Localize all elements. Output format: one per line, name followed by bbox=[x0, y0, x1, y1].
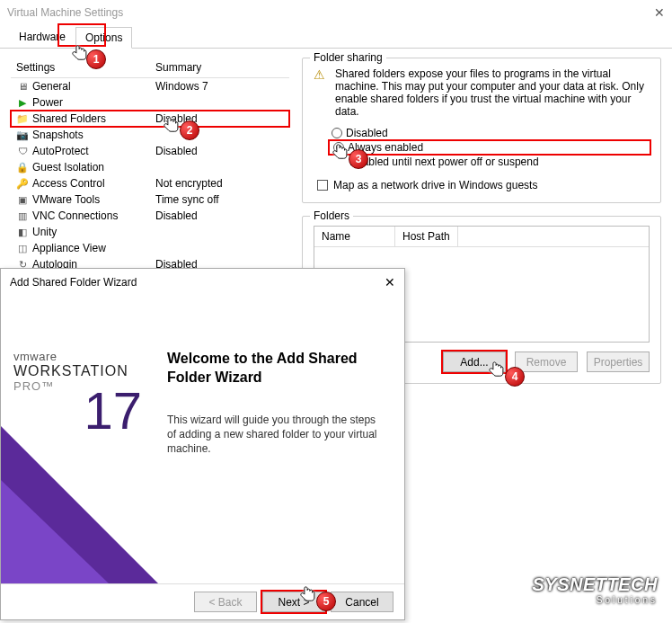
unity-icon: ◧ bbox=[16, 227, 29, 238]
decorative-triangle bbox=[1, 480, 109, 583]
back-button: < Back bbox=[194, 592, 257, 612]
settings-row[interactable]: ◫Appliance View bbox=[11, 240, 289, 256]
key-icon: 🔑 bbox=[16, 178, 29, 190]
settings-col-summary: Summary bbox=[150, 58, 289, 78]
map-drive-row[interactable]: Map as a network drive in Windows guests bbox=[317, 179, 650, 191]
watermark-brand: SYSNETTECH bbox=[533, 574, 658, 594]
settings-row[interactable]: ▶Power bbox=[11, 94, 289, 111]
folder-sharing-legend: Folder sharing bbox=[310, 51, 386, 64]
vmware-logo-text: vmware bbox=[13, 350, 149, 363]
step-badge-4: 4 bbox=[505, 367, 525, 387]
settings-table: Settings Summary 🖥GeneralWindows 7▶Power… bbox=[11, 58, 289, 272]
close-icon[interactable]: ✕ bbox=[654, 5, 665, 20]
settings-row[interactable]: 📁Shared FoldersDisabled bbox=[11, 111, 289, 127]
cancel-button[interactable]: Cancel bbox=[331, 592, 393, 612]
app-icon: ◫ bbox=[16, 243, 29, 254]
cursor-icon bbox=[487, 360, 507, 386]
cursor-icon bbox=[298, 584, 318, 610]
step-badge-2: 2 bbox=[180, 120, 199, 140]
settings-row-summary bbox=[150, 159, 289, 175]
settings-row-summary bbox=[150, 94, 289, 111]
settings-row-summary: Time sync off bbox=[150, 191, 289, 208]
window-title: Virtual Machine Settings bbox=[7, 6, 123, 19]
step-badge-5: 5 bbox=[316, 592, 336, 611]
radio-disabled-row[interactable]: Disabled bbox=[332, 127, 650, 139]
radio-icon bbox=[332, 128, 342, 138]
window-titlebar: Virtual Machine Settings ✕ bbox=[0, 0, 672, 25]
workstation-text: WORKSTATION bbox=[13, 363, 149, 379]
wizard-sidebar: vmware WORKSTATION PRO™ 17 bbox=[1, 296, 158, 583]
folder-sharing-warning: Shared folders expose your files to prog… bbox=[335, 67, 650, 118]
settings-row[interactable]: 🔑Access ControlNot encrypted bbox=[11, 175, 289, 191]
settings-row-name: AutoProtect bbox=[32, 145, 89, 157]
settings-row-summary bbox=[150, 224, 289, 240]
watermark: SYSNETTECH Solutions bbox=[533, 574, 658, 605]
settings-row[interactable]: ◧Unity bbox=[11, 224, 289, 240]
shield-icon: 🛡 bbox=[16, 146, 29, 156]
radio-until-label: Enabled until next power off or suspend bbox=[349, 156, 539, 168]
wizard-titlebar: Add Shared Folder Wizard ✕ bbox=[1, 269, 404, 296]
folder-icon: 📁 bbox=[16, 113, 29, 125]
settings-row[interactable]: ▥VNC ConnectionsDisabled bbox=[11, 208, 289, 224]
wizard-title-text: Add Shared Folder Wizard bbox=[10, 276, 137, 289]
settings-row-name: Snapshots bbox=[32, 129, 84, 141]
step-badge-1: 1 bbox=[86, 49, 106, 69]
lock-icon: 🔒 bbox=[16, 162, 29, 174]
settings-row-name: Shared Folders bbox=[32, 112, 106, 125]
settings-row-name: VMware Tools bbox=[32, 193, 100, 206]
watermark-sub: Solutions bbox=[533, 595, 658, 605]
checkbox-icon bbox=[317, 180, 328, 191]
settings-row-summary: Disabled bbox=[150, 143, 289, 159]
settings-row-name: Guest Isolation bbox=[32, 161, 104, 174]
settings-row-summary bbox=[150, 240, 289, 256]
cursor-icon bbox=[162, 115, 181, 141]
tab-strip: Hardware Options bbox=[0, 25, 672, 49]
settings-row[interactable]: 🛡AutoProtectDisabled bbox=[11, 143, 289, 159]
wizard-body-text: This wizard will guide you through the s… bbox=[167, 413, 385, 457]
settings-row-name: Unity bbox=[32, 226, 57, 238]
wizard-heading: Welcome to the Add Shared Folder Wizard bbox=[167, 350, 385, 387]
settings-row[interactable]: 🔒Guest Isolation bbox=[11, 159, 289, 175]
tab-hardware[interactable]: Hardware bbox=[9, 26, 75, 48]
folders-legend: Folders bbox=[310, 209, 353, 222]
radio-disabled-label: Disabled bbox=[346, 127, 388, 139]
settings-row[interactable]: 📷Snapshots bbox=[11, 127, 289, 143]
folder-sharing-group: Folder sharing ⚠ Shared folders expose y… bbox=[302, 58, 661, 203]
settings-row-name: Access Control bbox=[32, 177, 105, 190]
settings-row-summary: Windows 7 bbox=[150, 78, 289, 95]
cursor-icon bbox=[331, 142, 350, 168]
properties-button: Properties bbox=[587, 352, 650, 372]
settings-row-name: Appliance View bbox=[32, 242, 106, 254]
warning-icon: ⚠ bbox=[314, 67, 328, 118]
settings-row-name: VNC Connections bbox=[32, 209, 118, 222]
radio-always-row[interactable]: Always enabled bbox=[330, 141, 650, 154]
folders-col-name: Name bbox=[314, 227, 395, 246]
add-shared-folder-wizard: Add Shared Folder Wizard ✕ vmware WORKST… bbox=[0, 268, 405, 620]
remove-button: Remove bbox=[515, 352, 578, 372]
play-icon: ▶ bbox=[16, 97, 29, 109]
settings-row-name: General bbox=[32, 80, 71, 93]
camera-icon: 📷 bbox=[16, 129, 29, 141]
settings-row-name: Power bbox=[32, 96, 63, 109]
step-badge-3: 3 bbox=[349, 149, 368, 169]
close-icon[interactable]: ✕ bbox=[385, 275, 395, 289]
settings-row[interactable]: ▣VMware ToolsTime sync off bbox=[11, 191, 289, 208]
settings-row-summary: Not encrypted bbox=[150, 175, 289, 191]
folders-col-path: Host Path bbox=[395, 227, 458, 246]
settings-row[interactable]: 🖥GeneralWindows 7 bbox=[11, 78, 289, 95]
radio-until-row[interactable]: Enabled until next power off or suspend bbox=[349, 156, 650, 168]
vnc-icon: ▥ bbox=[16, 210, 29, 222]
settings-row-summary: Disabled bbox=[150, 208, 289, 224]
monitor-icon: 🖥 bbox=[16, 81, 29, 92]
vm-icon: ▣ bbox=[16, 194, 29, 206]
map-drive-label: Map as a network drive in Windows guests bbox=[333, 179, 537, 191]
